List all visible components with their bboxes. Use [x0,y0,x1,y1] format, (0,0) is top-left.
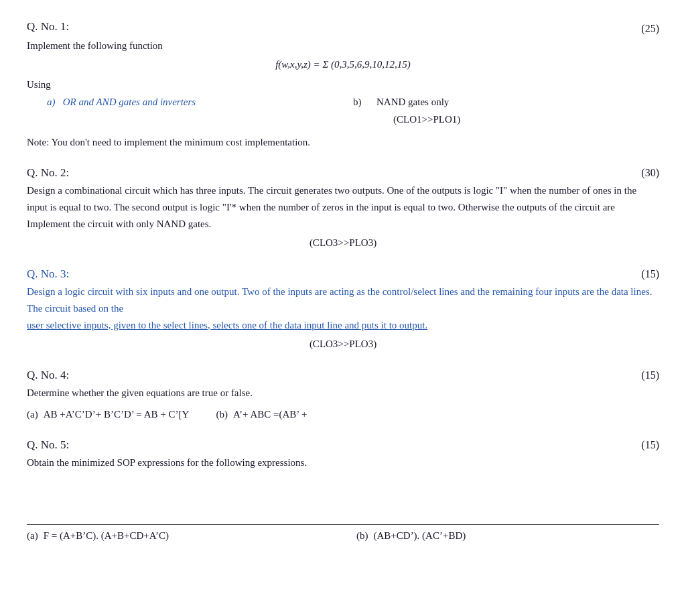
q1-option-b: b) NAND gates only (CLO1>>PLO1) [353,94,659,127]
bottom-b: (b) (AB+CD’). (AC’+BD) [356,530,659,542]
q3-body-text: Design a logic circuit with six inputs a… [27,284,659,317]
q1-title: Q. No. 1: [27,20,69,34]
bottom-a-text: F = (A+B’C). (A+B+CD+A’C) [44,530,169,542]
q1-body: Implement the following function f(w,x,y… [27,38,659,150]
q3-marks: (15) [641,268,659,280]
q2-marks: (30) [641,167,659,179]
q1-option-a: a) OR and AND gates and inverters [47,94,353,110]
q4-eq-b-label: (b) [216,406,228,422]
q3-body: Design a logic circuit with six inputs a… [27,284,659,353]
q3-body-text2: user selective inputs, given to the sele… [27,317,659,334]
bottom-b-text: (AB+CD’). (AC’+BD) [374,530,466,542]
q4-equations: (a) AB +A’C’D’+ B’C’D’ = AB + C’[Y (b) A… [27,406,659,422]
q5-marks: (15) [641,439,659,451]
q1-using-label: Using [27,79,51,90]
q5-body-text: Obtain the minimized SOP expressions for… [27,454,659,471]
q4-marks: (15) [641,369,659,381]
q4-title: Q. No. 4: [27,369,69,382]
q1-marks: (25) [641,23,659,34]
bottom-row: (a) F = (A+B’C). (A+B+CD+A’C) (b) (AB+CD… [27,530,659,542]
q4-eq-a: (a) AB +A’C’D’+ B’C’D’ = AB + C’[Y [27,406,189,422]
bottom-b-label: (b) [356,530,368,542]
q4-eq-b: (b) A’+ ABC =(AB’ + [216,406,307,422]
q2-header: Q. No. 2: (30) [27,166,659,180]
q1-function: f(w,x,y,z) = Σ (0,3,5,6,9,10,12,15) [27,56,659,72]
q4-body: Determine whether the given equations ar… [27,385,659,422]
bottom-section: (a) F = (A+B’C). (A+B+CD+A’C) (b) (AB+CD… [27,524,659,542]
q1-note: Note: You don't need to implement the mi… [27,134,659,150]
q1-intro: Implement the following function [27,38,659,54]
q4-eq-a-text: AB +A’C’D’+ B’C’D’ = AB + C’[Y [44,406,190,422]
q1-option-b-text: NAND gates only [376,97,449,107]
q2-title: Q. No. 2: [27,166,69,180]
q1-option-b-label: b) NAND gates only [353,94,449,110]
q1-option-b-clo: (CLO1>>PLO1) [393,111,460,127]
q3-title: Q. No. 3: [27,267,69,281]
q1-function-expr: f(w,x,y,z) = Σ (0,3,5,6,9,10,12,15) [275,59,411,70]
q4-header: Q. No. 4: (15) [27,369,659,382]
q1-using: Using a) OR and AND gates and inverters … [27,76,659,127]
question-2: Q. No. 2: (30) Design a combinational ci… [27,166,659,251]
q1-marks-row: (25) [27,23,659,35]
q2-body: Design a combinational circuit which has… [27,182,659,251]
q1-option-a-label: a) [47,97,56,107]
question-1: Q. No. 1: (25) Implement the following f… [27,20,659,150]
bottom-a-label: (a) [27,530,38,542]
q4-body-text: Determine whether the given equations ar… [27,385,659,401]
question-3: Q. No. 3: (15) Design a logic circuit wi… [27,267,659,353]
q4-eq-b-text: A’+ ABC =(AB’ + [233,406,307,422]
q4-eq-a-label: (a) [27,406,38,422]
q3-header: Q. No. 3: (15) [27,267,659,281]
q2-body-text: Design a combinational circuit which has… [27,182,659,232]
bottom-a: (a) F = (A+B’C). (A+B+CD+A’C) [27,530,330,542]
q5-body: Obtain the minimized SOP expressions for… [27,454,659,471]
question-4: Q. No. 4: (15) Determine whether the giv… [27,369,659,422]
bottom-divider [27,524,659,525]
q2-clo: (CLO3>>PLO3) [27,235,659,251]
q5-header: Q. No. 5: (15) [27,438,659,452]
q5-title: Q. No. 5: [27,438,69,452]
question-5: Q. No. 5: (15) Obtain the minimized SOP … [27,438,659,471]
q3-clo: (CLO3>>PLO3) [27,336,659,353]
q1-options-row: a) OR and AND gates and inverters b) NAN… [47,94,659,127]
q1-option-a-text: OR and AND gates and inverters [63,97,196,107]
